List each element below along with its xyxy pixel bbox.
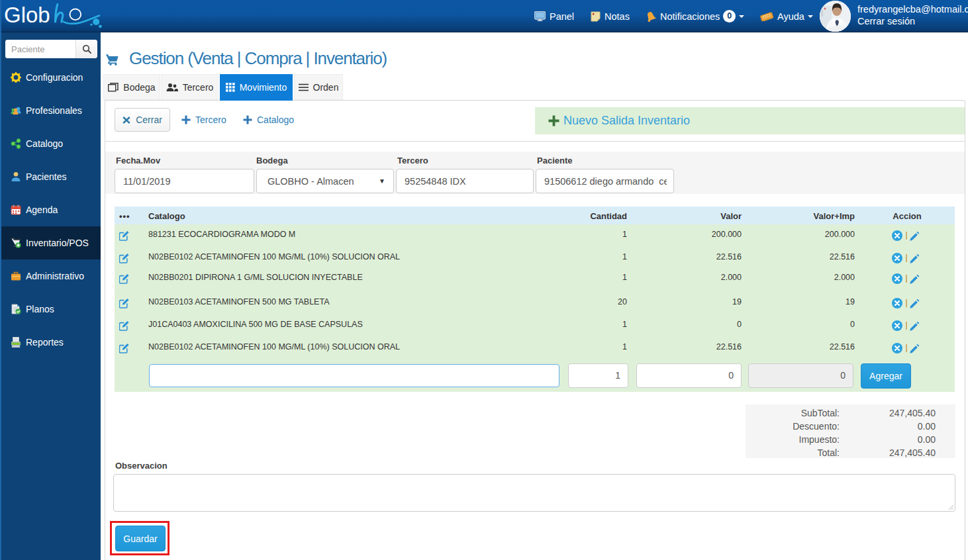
- svg-text:Glob: Glob: [4, 3, 50, 27]
